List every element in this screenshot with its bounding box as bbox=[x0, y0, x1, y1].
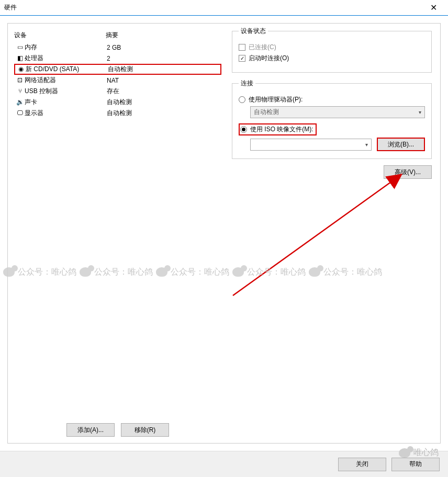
device-list-pane: 设备 摘要 ▭内存 2 GB ◧处理器 2 ◉新 CD/DVD (SATA) 自… bbox=[8, 24, 228, 443]
device-header: 设备 摘要 bbox=[14, 29, 221, 42]
settings-pane: 设备状态 已连接(C) ✓ 启动时连接(O) 连接 使用物理驱动器(P): bbox=[228, 24, 440, 443]
disc-icon: ◉ bbox=[16, 65, 26, 73]
device-buttons: 添加(A)... 移除(R) bbox=[14, 419, 221, 438]
radio-icon bbox=[239, 96, 245, 103]
physical-drive-value: 自动检测 bbox=[254, 108, 279, 117]
device-row-cddvd[interactable]: ◉新 CD/DVD (SATA) 自动检测 bbox=[14, 64, 221, 75]
connect-on-power-label: 启动时连接(O) bbox=[249, 54, 289, 63]
advanced-row: 高级(V)... bbox=[232, 165, 432, 179]
device-row-usb[interactable]: ⑂USB 控制器 存在 bbox=[14, 86, 221, 97]
remove-button[interactable]: 移除(R) bbox=[121, 423, 169, 437]
cpu-icon: ◧ bbox=[15, 54, 25, 62]
device-row-network[interactable]: ⊡网络适配器 NAT bbox=[14, 75, 221, 86]
connection-legend: 连接 bbox=[239, 79, 255, 88]
use-physical-label: 使用物理驱动器(P): bbox=[249, 95, 303, 104]
content-area: 设备 摘要 ▭内存 2 GB ◧处理器 2 ◉新 CD/DVD (SATA) 自… bbox=[0, 16, 448, 451]
device-row-sound[interactable]: 🔉声卡 自动检测 bbox=[14, 97, 221, 108]
device-row-display[interactable]: 🖵显示器 自动检测 bbox=[14, 108, 221, 119]
usb-icon: ⑂ bbox=[15, 87, 25, 95]
browse-button[interactable]: 浏览(B)... bbox=[377, 138, 425, 151]
memory-icon: ▭ bbox=[15, 43, 25, 51]
advanced-button[interactable]: 高级(V)... bbox=[384, 165, 432, 179]
add-button[interactable]: 添加(A)... bbox=[66, 423, 115, 437]
help-button[interactable]: 帮助 bbox=[391, 458, 440, 471]
device-status-legend: 设备状态 bbox=[239, 27, 268, 36]
display-icon: 🖵 bbox=[15, 109, 25, 117]
window-title: 硬件 bbox=[4, 3, 17, 12]
device-status-group: 设备状态 已连接(C) ✓ 启动时连接(O) bbox=[232, 27, 432, 73]
use-physical-radio-row[interactable]: 使用物理驱动器(P): bbox=[239, 95, 425, 104]
chevron-down-icon: ▾ bbox=[365, 142, 368, 147]
use-iso-radio-row[interactable]: 使用 ISO 映像文件(M): bbox=[239, 123, 425, 135]
iso-file-dropdown[interactable]: ▾ bbox=[250, 139, 372, 151]
bottom-bar: 关闭 帮助 bbox=[0, 451, 448, 477]
device-row-cpu[interactable]: ◧处理器 2 bbox=[14, 53, 221, 64]
col-summary-header: 摘要 bbox=[106, 31, 221, 40]
sound-icon: 🔉 bbox=[15, 98, 25, 106]
network-icon: ⊡ bbox=[15, 76, 25, 84]
physical-drive-dropdown[interactable]: 自动检测 ▾ bbox=[250, 106, 425, 118]
use-iso-label: 使用 ISO 映像文件(M): bbox=[250, 125, 313, 134]
device-row-memory[interactable]: ▭内存 2 GB bbox=[14, 42, 221, 53]
connection-group: 连接 使用物理驱动器(P): 自动检测 ▾ 使用 ISO 映像文件(M): bbox=[232, 79, 432, 159]
close-button[interactable]: 关闭 bbox=[338, 458, 386, 471]
device-table: 设备 摘要 ▭内存 2 GB ◧处理器 2 ◉新 CD/DVD (SATA) 自… bbox=[14, 29, 221, 419]
col-device-header: 设备 bbox=[14, 31, 106, 40]
watermark-strip: 公众号：唯心鸽 公众号：唯心鸽 公众号：唯心鸽 公众号：唯心鸽 公众号：唯心鸽 bbox=[0, 264, 448, 280]
iso-file-row: ▾ 浏览(B)... bbox=[250, 138, 425, 151]
watermark-footer: 唯心鸽 bbox=[399, 447, 439, 458]
radio-selected-icon bbox=[240, 126, 247, 133]
wechat-icon bbox=[399, 448, 410, 458]
titlebar: 硬件 ✕ bbox=[0, 0, 448, 16]
checkbox-checked-icon: ✓ bbox=[239, 55, 245, 62]
checkbox-icon bbox=[239, 44, 245, 51]
chevron-down-icon: ▾ bbox=[419, 109, 421, 115]
inner-panel: 设备 摘要 ▭内存 2 GB ◧处理器 2 ◉新 CD/DVD (SATA) 自… bbox=[7, 23, 441, 444]
connect-on-power-row[interactable]: ✓ 启动时连接(O) bbox=[239, 54, 425, 63]
connected-label: 已连接(C) bbox=[249, 43, 276, 52]
connected-checkbox-row[interactable]: 已连接(C) bbox=[239, 43, 425, 52]
close-icon[interactable]: ✕ bbox=[423, 3, 444, 13]
